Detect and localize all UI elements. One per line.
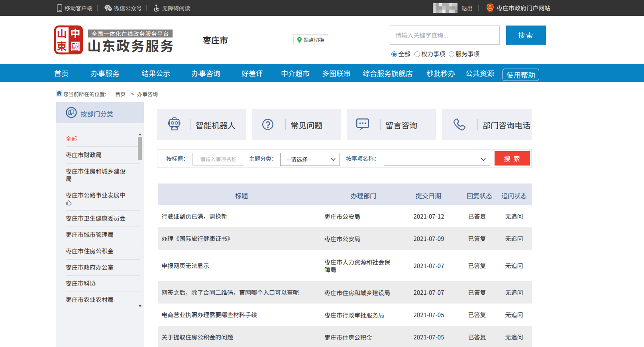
svg-text:國: 國 (70, 38, 80, 53)
svg-text:中: 中 (70, 26, 80, 40)
svg-text:山: 山 (57, 26, 67, 40)
svg-text:東: 東 (57, 38, 67, 53)
